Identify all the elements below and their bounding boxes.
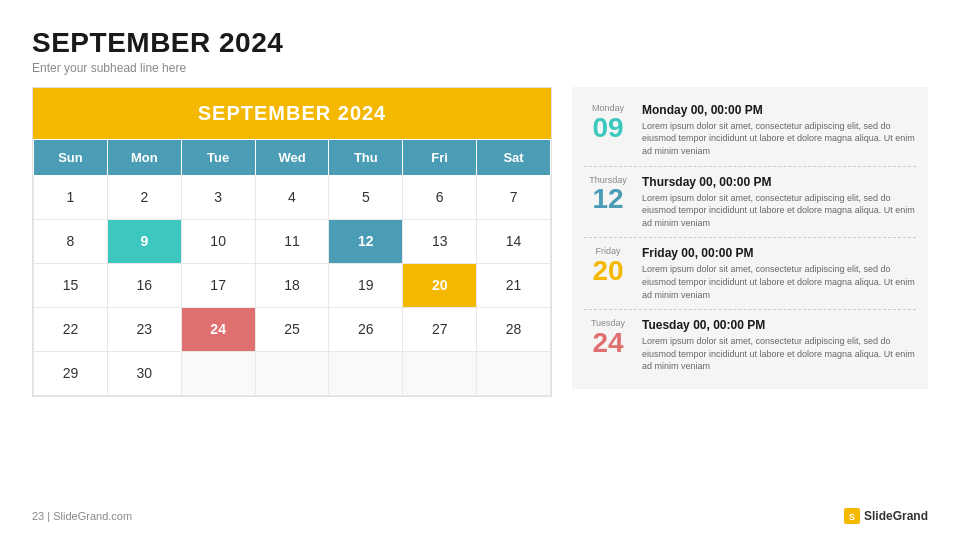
event-item: Monday09Monday 00, 00:00 PMLorem ipsum d… <box>584 95 916 167</box>
calendar-cell: 12 <box>329 219 403 263</box>
event-date-number: 09 <box>586 114 630 142</box>
event-title: Friday 00, 00:00 PM <box>642 246 916 260</box>
calendar-cell: 24 <box>181 307 255 351</box>
calendar-cell: 17 <box>181 263 255 307</box>
calendar-cell: 27 <box>403 307 477 351</box>
calendar-cell: 29 <box>34 351 108 395</box>
event-day-col: Tuesday24 <box>584 318 632 357</box>
calendar-cell: 3 <box>181 175 255 219</box>
brand-label: SlideGrand <box>864 509 928 523</box>
brand-icon: S <box>844 508 860 524</box>
calendar-cell: 11 <box>255 219 329 263</box>
event-date-number: 12 <box>586 185 630 213</box>
header-section: SEPTEMBER 2024 Enter your subhead line h… <box>32 28 928 75</box>
event-description: Lorem ipsum dolor sit amet, consectetur … <box>642 335 916 373</box>
calendar-cell: 23 <box>107 307 181 351</box>
calendar-cell <box>403 351 477 395</box>
calendar-cell: 21 <box>477 263 551 307</box>
calendar-day-header: Wed <box>255 139 329 175</box>
calendar-cell: 26 <box>329 307 403 351</box>
event-day-col: Monday09 <box>584 103 632 142</box>
event-text-col: Thursday 00, 00:00 PMLorem ipsum dolor s… <box>642 175 916 230</box>
calendar-header: SEPTEMBER 2024 <box>33 88 551 139</box>
calendar-cell: 6 <box>403 175 477 219</box>
calendar-day-header: Tue <box>181 139 255 175</box>
footer: 23 | SlideGrand.com S SlideGrand <box>32 504 928 524</box>
footer-brand: S SlideGrand <box>844 508 928 524</box>
calendar-cell: 10 <box>181 219 255 263</box>
event-description: Lorem ipsum dolor sit amet, consectetur … <box>642 192 916 230</box>
calendar-day-header: Thu <box>329 139 403 175</box>
event-item: Thursday12Thursday 00, 00:00 PMLorem ips… <box>584 167 916 239</box>
calendar-container: SEPTEMBER 2024 SunMonTueWedThuFriSat 123… <box>32 87 552 397</box>
main-title: SEPTEMBER 2024 <box>32 28 928 59</box>
calendar-cell: 9 <box>107 219 181 263</box>
page-number: 23 <box>32 510 44 522</box>
event-description: Lorem ipsum dolor sit amet, consectetur … <box>642 263 916 301</box>
content-area: SEPTEMBER 2024 SunMonTueWedThuFriSat 123… <box>32 87 928 496</box>
calendar-day-header: Mon <box>107 139 181 175</box>
event-title: Monday 00, 00:00 PM <box>642 103 916 117</box>
event-description: Lorem ipsum dolor sit amet, consectetur … <box>642 120 916 158</box>
calendar-day-header: Sat <box>477 139 551 175</box>
calendar-cell: 8 <box>34 219 108 263</box>
calendar-cell: 16 <box>107 263 181 307</box>
event-day-col: Friday20 <box>584 246 632 285</box>
calendar-cell: 7 <box>477 175 551 219</box>
calendar-day-header: Sun <box>34 139 108 175</box>
calendar-cell <box>477 351 551 395</box>
event-item: Friday20Friday 00, 00:00 PMLorem ipsum d… <box>584 238 916 310</box>
event-text-col: Tuesday 00, 00:00 PMLorem ipsum dolor si… <box>642 318 916 373</box>
event-text-col: Monday 00, 00:00 PMLorem ipsum dolor sit… <box>642 103 916 158</box>
subtitle: Enter your subhead line here <box>32 61 928 75</box>
calendar-cell: 18 <box>255 263 329 307</box>
calendar-cell: 15 <box>34 263 108 307</box>
calendar-cell: 1 <box>34 175 108 219</box>
calendar-cell: 2 <box>107 175 181 219</box>
calendar-cell: 5 <box>329 175 403 219</box>
calendar-cell: 25 <box>255 307 329 351</box>
calendar-cell: 4 <box>255 175 329 219</box>
footer-left: 23 | SlideGrand.com <box>32 510 132 522</box>
svg-text:S: S <box>849 512 855 522</box>
page-container: SEPTEMBER 2024 Enter your subhead line h… <box>0 0 960 540</box>
event-item: Tuesday24Tuesday 00, 00:00 PMLorem ipsum… <box>584 310 916 381</box>
calendar-cell: 19 <box>329 263 403 307</box>
calendar-cell: 20 <box>403 263 477 307</box>
event-day-col: Thursday12 <box>584 175 632 214</box>
calendar-day-header: Fri <box>403 139 477 175</box>
calendar-cell: 22 <box>34 307 108 351</box>
calendar-cell: 30 <box>107 351 181 395</box>
calendar-cell: 14 <box>477 219 551 263</box>
calendar-grid: SunMonTueWedThuFriSat 123456789101112131… <box>33 139 551 396</box>
calendar-cell: 13 <box>403 219 477 263</box>
calendar-cell <box>329 351 403 395</box>
calendar-cell: 28 <box>477 307 551 351</box>
event-date-number: 20 <box>586 257 630 285</box>
event-title: Thursday 00, 00:00 PM <box>642 175 916 189</box>
calendar-month-label: SEPTEMBER 2024 <box>198 102 387 124</box>
calendar-cell <box>255 351 329 395</box>
events-panel: Monday09Monday 00, 00:00 PMLorem ipsum d… <box>572 87 928 389</box>
event-date-number: 24 <box>586 329 630 357</box>
event-title: Tuesday 00, 00:00 PM <box>642 318 916 332</box>
event-text-col: Friday 00, 00:00 PMLorem ipsum dolor sit… <box>642 246 916 301</box>
calendar-cell <box>181 351 255 395</box>
website-label: | SlideGrand.com <box>47 510 132 522</box>
